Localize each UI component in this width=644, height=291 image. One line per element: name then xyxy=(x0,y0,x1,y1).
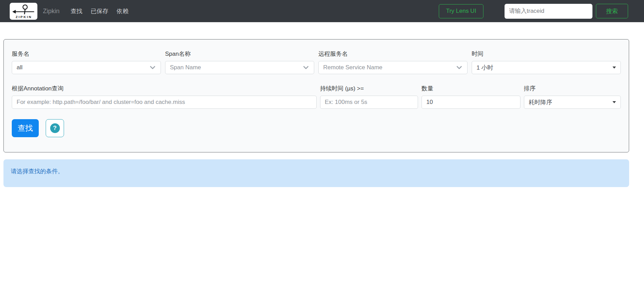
lookback-group: 时间 1 小时 xyxy=(472,50,621,74)
nav-item-saved[interactable]: 已保存 xyxy=(91,7,108,15)
limit-group: 数量 xyxy=(421,85,520,109)
sort-select[interactable]: 耗时降序 xyxy=(524,96,621,109)
help-button[interactable]: ? xyxy=(46,119,64,137)
lookback-value: 1 小时 xyxy=(477,64,610,72)
alert-message: 请选择查找的条件。 xyxy=(11,168,64,175)
question-circle-icon: ? xyxy=(50,123,60,133)
zipkin-logo[interactable]: ZIPKIN xyxy=(10,3,37,20)
service-name-group: 服务名 all xyxy=(12,50,161,74)
remote-service-group: 远程服务名 Remote Service Name xyxy=(318,50,468,74)
lookback-label: 时间 xyxy=(472,50,621,58)
trace-search-button[interactable]: 搜索 xyxy=(596,4,628,18)
limit-input[interactable] xyxy=(421,96,520,109)
service-name-select[interactable]: all xyxy=(12,61,161,74)
lookback-select[interactable]: 1 小时 xyxy=(472,61,621,74)
chevron-down-icon xyxy=(302,64,309,71)
span-name-select[interactable]: Span Name xyxy=(165,61,314,74)
caret-down-icon xyxy=(613,67,616,69)
annotation-group: 根据Annotation查询 xyxy=(12,85,317,109)
service-name-label: 服务名 xyxy=(12,50,161,58)
remote-service-select[interactable]: Remote Service Name xyxy=(318,61,468,74)
sort-group: 排序 耗时降序 xyxy=(524,85,621,109)
caret-down-icon xyxy=(613,101,616,103)
try-lens-ui-button[interactable]: Try Lens UI xyxy=(439,4,483,18)
search-condition-panel: 服务名 all Span名称 Span Name 远程服务名 Remote Se… xyxy=(3,39,629,152)
limit-label: 数量 xyxy=(421,85,520,92)
form-row-2: 根据Annotation查询 持续时间 (µs) >= 数量 排序 耗时降序 xyxy=(12,85,621,109)
navbar-right-group: Try Lens UI 搜索 xyxy=(439,4,628,19)
info-alert: 请选择查找的条件。 xyxy=(3,159,629,187)
duration-group: 持续时间 (µs) >= xyxy=(320,85,418,109)
span-name-group: Span名称 Span Name xyxy=(165,50,314,74)
annotation-label: 根据Annotation查询 xyxy=(12,85,317,92)
nav-links: 查找 已保存 依赖 xyxy=(71,7,137,15)
span-name-value: Span Name xyxy=(170,64,300,71)
brand-title: Zipkin xyxy=(43,8,60,15)
sort-label: 排序 xyxy=(524,85,621,92)
remote-service-value: Remote Service Name xyxy=(323,64,453,71)
annotation-input[interactable] xyxy=(12,96,317,109)
chevron-down-icon xyxy=(149,64,156,71)
sort-value: 耗时降序 xyxy=(529,98,610,106)
service-name-value: all xyxy=(17,64,146,71)
svg-text:ZIPKIN: ZIPKIN xyxy=(16,15,32,18)
form-row-1: 服务名 all Span名称 Span Name 远程服务名 Remote Se… xyxy=(12,50,621,74)
find-button[interactable]: 查找 xyxy=(12,119,39,137)
nav-item-find[interactable]: 查找 xyxy=(71,7,82,15)
zipkin-logo-icon: ZIPKIN xyxy=(11,3,36,19)
nav-item-dependencies[interactable]: 依赖 xyxy=(117,7,128,15)
duration-label: 持续时间 (µs) >= xyxy=(320,85,418,92)
chevron-down-icon xyxy=(456,64,463,71)
duration-input[interactable] xyxy=(320,96,418,109)
traceid-input[interactable] xyxy=(505,4,592,19)
top-navbar: ZIPKIN Zipkin 查找 已保存 依赖 Try Lens UI 搜索 xyxy=(0,0,644,22)
remote-service-label: 远程服务名 xyxy=(318,50,468,58)
span-name-label: Span名称 xyxy=(165,50,314,58)
form-actions: 查找 ? xyxy=(12,119,621,137)
